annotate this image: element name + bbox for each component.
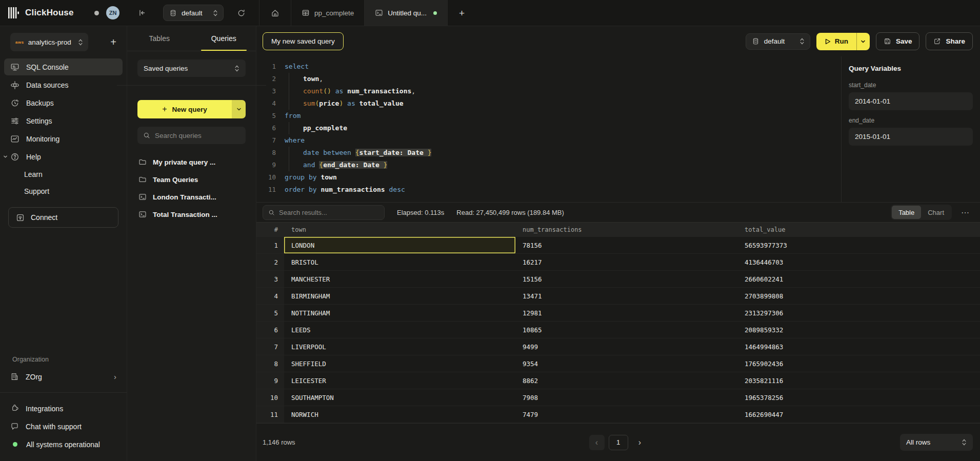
sidebar-item-sql-console[interactable]: SQL Console [4, 58, 123, 75]
table-cell[interactable]: NORWICH [284, 406, 515, 423]
table-cell[interactable]: 56593977373 [737, 237, 980, 253]
table-cell[interactable]: BIRMINGHAM [284, 288, 515, 304]
table-row[interactable]: 3MANCHESTER151562660602241 [256, 271, 980, 288]
next-page-button[interactable]: › [632, 435, 648, 450]
table-cell[interactable]: 1464994863 [737, 338, 980, 355]
table-cell[interactable]: 8862 [515, 372, 737, 389]
code-line[interactable]: 1select [263, 61, 841, 73]
new-query-dropdown[interactable] [232, 100, 246, 118]
table-cell[interactable]: 7908 [515, 389, 737, 406]
query-folder-team-queries[interactable]: Team Queries [137, 172, 246, 187]
column-header-town[interactable]: town [284, 226, 515, 233]
new-query-button[interactable]: + New query [137, 100, 246, 118]
table-row[interactable]: 9LEICESTER88622035821116 [256, 372, 980, 389]
sidebar-item-chat-support[interactable]: Chat with support [4, 418, 123, 435]
tab-pp-complete[interactable]: pp_complete [291, 0, 365, 26]
column-header-total-value[interactable]: total_value [737, 226, 980, 233]
saved-query-chip[interactable]: My new saved query [263, 32, 344, 50]
table-cell[interactable]: SOUTHAMPTON [284, 389, 515, 406]
search-queries-input[interactable] [155, 132, 240, 139]
sidebar-item-help[interactable]: Help [4, 148, 123, 165]
saved-queries-select[interactable]: Saved queries [137, 59, 246, 77]
selected-cell[interactable]: LONDON [284, 237, 515, 253]
start-date-field[interactable] [849, 92, 973, 110]
page-size-select[interactable]: All rows [900, 434, 973, 451]
code-line[interactable]: 11order by num_transactions desc [263, 184, 841, 196]
table-row[interactable]: 11NORWICH74791662690447 [256, 406, 980, 423]
sidebar-item-system-status[interactable]: All systems operational [4, 436, 123, 453]
run-button[interactable]: Run [816, 33, 870, 50]
table-row[interactable]: 10SOUTHAMPTON79081965378256 [256, 389, 980, 406]
connect-button[interactable]: Connect [8, 207, 118, 228]
table-cell[interactable]: 78156 [515, 237, 737, 253]
code-line[interactable]: 7where [263, 134, 841, 147]
code-editor[interactable]: 1select2town,3count() as num_transaction… [256, 56, 841, 202]
sidebar-item-settings[interactable]: Settings [4, 112, 123, 129]
topbar-database-select[interactable]: default [163, 5, 224, 21]
query-folder-my-private[interactable]: My private query ... [137, 154, 246, 170]
table-cell[interactable]: 2035821116 [737, 372, 980, 389]
tab-tables[interactable]: Tables [127, 26, 192, 51]
view-chart-button[interactable]: Chart [921, 206, 951, 219]
table-cell[interactable]: MANCHESTER [284, 271, 515, 287]
user-avatar[interactable]: ZN [106, 6, 119, 19]
table-cell[interactable]: 2703899808 [737, 288, 980, 304]
share-button[interactable]: Share [926, 32, 973, 50]
code-line[interactable]: 8date between {start_date: Date } [263, 147, 841, 159]
home-tab[interactable] [259, 0, 291, 26]
table-row[interactable]: 6LEEDS108652089859332 [256, 322, 980, 338]
table-cell[interactable]: 13471 [515, 288, 737, 304]
code-line[interactable]: 9and {end_date: Date } [263, 159, 841, 171]
table-cell[interactable]: NOTTINGHAM [284, 305, 515, 321]
more-options-icon[interactable]: ⋯ [958, 205, 973, 221]
table-cell[interactable]: BRISTOL [284, 254, 515, 270]
sidebar-item-integrations[interactable]: Integrations [4, 400, 123, 417]
table-cell[interactable]: 15156 [515, 271, 737, 287]
code-line[interactable]: 5from [263, 110, 841, 122]
table-cell[interactable]: 16217 [515, 254, 737, 270]
table-cell[interactable]: 2089859332 [737, 322, 980, 338]
run-database-select[interactable]: default [746, 33, 810, 50]
query-item-total-transactions[interactable]: Total Transaction ... [137, 207, 246, 222]
table-cell[interactable]: 4136446703 [737, 254, 980, 270]
sidebar-item-data-sources[interactable]: Data sources [4, 76, 123, 93]
prev-page-button[interactable]: ‹ [589, 435, 605, 450]
code-line[interactable]: 6pp_complete [263, 122, 841, 134]
view-table-button[interactable]: Table [892, 206, 921, 219]
tab-untitled-query[interactable]: Untitled qu... [365, 0, 448, 26]
table-cell[interactable]: LEICESTER [284, 372, 515, 389]
table-cell[interactable]: 2660602241 [737, 271, 980, 287]
page-number-input[interactable] [609, 435, 628, 450]
column-header-num-transactions[interactable]: num_transactions [515, 226, 737, 233]
organization-switcher[interactable]: ZOrg › [4, 368, 123, 385]
table-cell[interactable]: 1662690447 [737, 406, 980, 423]
table-cell[interactable]: 9354 [515, 355, 737, 372]
table-cell[interactable]: LEEDS [284, 322, 515, 338]
table-cell[interactable]: 10865 [515, 322, 737, 338]
code-line[interactable]: 3count() as num_transactions, [263, 85, 841, 97]
table-row[interactable]: 1LONDON7815656593977373 [256, 237, 980, 254]
sidebar-item-backups[interactable]: Backups [4, 94, 123, 111]
table-cell[interactable]: 9499 [515, 338, 737, 355]
table-cell[interactable]: 7479 [515, 406, 737, 423]
code-line[interactable]: 10group by town [263, 171, 841, 184]
run-options-dropdown[interactable] [856, 33, 870, 50]
refresh-icon[interactable] [234, 6, 249, 21]
new-tab-button[interactable]: + [456, 0, 468, 26]
table-cell[interactable]: 12981 [515, 305, 737, 321]
save-button[interactable]: Save [876, 32, 920, 50]
table-row[interactable]: 4BIRMINGHAM134712703899808 [256, 288, 980, 305]
workspace-select[interactable]: aws analytics-prod [10, 33, 88, 51]
tab-queries[interactable]: Queries [192, 26, 256, 51]
column-header-index[interactable]: # [256, 226, 284, 233]
table-cell[interactable]: 2313297306 [737, 305, 980, 321]
sidebar-item-support[interactable]: Support [4, 183, 123, 199]
add-service-button[interactable]: + [107, 33, 119, 51]
table-cell[interactable]: LIVERPOOL [284, 338, 515, 355]
code-line[interactable]: 2town, [263, 73, 841, 85]
table-row[interactable]: 8SHEFFIELD93541765902436 [256, 355, 980, 372]
collapse-sidebar-button[interactable] [134, 5, 150, 21]
search-results-input[interactable] [279, 209, 379, 216]
end-date-field[interactable] [849, 128, 973, 146]
code-line[interactable]: 4sum(price) as total_value [263, 97, 841, 110]
